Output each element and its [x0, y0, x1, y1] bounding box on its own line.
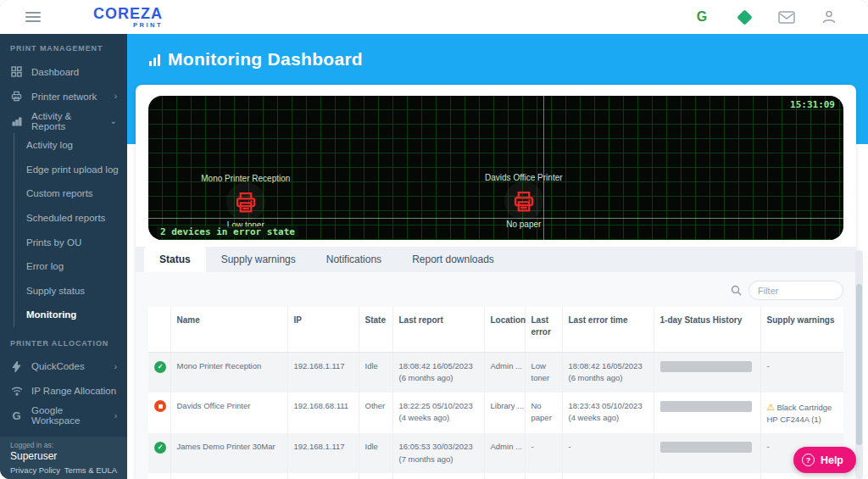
sidebar-item-scheduled-reports[interactable]: Scheduled reports [14, 206, 127, 231]
tab-supply-warnings[interactable]: Supply warnings [206, 247, 311, 272]
status-history-bar [660, 361, 752, 372]
cell-name: James Demo Printer 30Mar [170, 433, 287, 473]
app-window: COREZA PRINT G PRINT MANAGEMENT [0, 0, 868, 479]
top-bar: COREZA PRINT G [0, 0, 868, 34]
section-label-print-management: PRINT MANAGEMENT [0, 34, 127, 59]
page-title: Monitoring Dashboard [168, 49, 363, 70]
tab-status[interactable]: Status [144, 247, 206, 272]
privacy-policy-link[interactable]: Privacy Policy [10, 465, 60, 475]
cell-ip: 192.168.1.198 [287, 473, 359, 479]
diamond-icon[interactable] [736, 8, 753, 25]
google-icon[interactable]: G [693, 8, 710, 25]
help-label: Help [821, 454, 843, 466]
logged-in-user: Superuser [10, 450, 117, 462]
chevron-right-icon: › [114, 92, 117, 101]
cell-location: Library ... [484, 473, 525, 479]
scrollbar-track[interactable] [855, 250, 863, 479]
help-button[interactable]: ? Help [793, 447, 856, 473]
wifi-icon [10, 387, 23, 396]
cell-last-error-time: 18:08:42 16/05/2023 (6 months ago) [562, 353, 654, 393]
table-row[interactable]: ✓ James Demo Printer 30Mar 192.168.1.117… [148, 433, 843, 473]
radar-clock: 15:31:09 [790, 99, 835, 110]
sidebar-item-ip-range-allocation[interactable]: IP Range Allocation [0, 379, 127, 404]
hamburger-menu-icon[interactable] [25, 12, 41, 22]
sidebar-item-error-log[interactable]: Error log [14, 254, 127, 279]
cell-last-report: 18:22:25 05/10/2023 (4 weeks ago) [392, 393, 484, 434]
sidebar-item-monitoring[interactable]: Monitoring [14, 303, 127, 327]
cell-location: Admin ... [484, 433, 525, 473]
cell-last-error: No paper [525, 393, 562, 434]
mail-icon[interactable] [778, 8, 795, 25]
col-ip: IP [287, 307, 359, 353]
cell-supply: - [760, 353, 843, 393]
cell-last-report: 18:08:42 16/05/2023 (6 months ago) [392, 353, 484, 393]
printer-error-icon [226, 185, 265, 219]
sidebar-item-label: Google Workspace [31, 405, 106, 426]
sidebar-item-printer-network[interactable]: Printer network › [0, 84, 127, 109]
cell-state: Other [359, 393, 392, 434]
cell-name: Davids Office Printer [170, 393, 287, 434]
sidebar-item-label: IP Range Allocation [31, 386, 116, 396]
tab-notifications[interactable]: Notifications [311, 247, 397, 272]
sidebar-item-activity-log[interactable]: Activity log [14, 133, 127, 158]
sidebar-item-custom-reports[interactable]: Custom reports [14, 181, 127, 206]
terms-eula-link[interactable]: Terms & EULA [64, 465, 117, 475]
activity-reports-submenu: Activity log Edge print upload log Custo… [14, 133, 127, 327]
sidebar-item-activity-reports[interactable]: Activity & Reports ⌄ [0, 109, 127, 133]
sidebar-item-edge-print-upload-log[interactable]: Edge print upload log [14, 158, 127, 182]
filter-input[interactable] [748, 281, 843, 300]
monitor-radar-panel: 15:31:09 Mono Printer Reception Low tone… [148, 96, 843, 240]
cell-name: James Monitoring - HP HNDHP401DN [170, 473, 287, 479]
sidebar-item-label: Dashboard [31, 67, 79, 77]
sidebar-item-prints-by-ou[interactable]: Prints by OU [14, 230, 127, 254]
cell-ip: 192.168.68.111 [287, 393, 359, 434]
tab-report-downloads[interactable]: Report downloads [397, 247, 509, 272]
table-row[interactable]: ✓ Mono Printer Reception 192.168.1.117 I… [148, 353, 843, 393]
radar-device-davids-printer[interactable]: Davids Office Printer No paper [452, 173, 596, 229]
cell-ip: 192.168.1.117 [287, 353, 359, 393]
scrollbar-thumb[interactable] [856, 284, 862, 445]
table-header-row: Name IP State Last report Location Last … [148, 307, 843, 353]
cell-supply: ⚠Black Cartridge HP CF244A (1) [760, 393, 843, 434]
cell-state: Idle [359, 433, 392, 473]
table-row[interactable]: Davids Office Printer 192.168.68.111 Oth… [148, 393, 843, 434]
cell-last-error: - [525, 433, 562, 473]
table-row[interactable]: ✓ James Monitoring - HP HNDHP401DN 192.1… [148, 473, 843, 479]
cell-location: Admin ... [484, 353, 525, 393]
status-tab-panel: Name IP State Last report Location Last … [136, 272, 856, 479]
cell-state: Idle [359, 353, 392, 393]
cell-name: Mono Printer Reception [170, 353, 287, 393]
brand-sub: PRINT [133, 22, 163, 29]
cell-last-report: 16:05:53 30/03/2023 (7 months ago) [392, 433, 484, 473]
warning-icon: ⚠ [767, 402, 776, 412]
col-state: State [359, 307, 392, 353]
device-error: No paper [452, 220, 596, 229]
sidebar-footer: Logged in as: Superuser Privacy Policy T… [0, 437, 127, 479]
topbar-actions: G [693, 8, 837, 25]
col-last-error-time: Last error time [562, 307, 654, 353]
col-last-error: Last error [525, 307, 562, 353]
user-icon[interactable] [821, 8, 837, 25]
status-history-bar [660, 442, 752, 453]
g-icon: G [10, 409, 23, 422]
cell-ip: 192.168.1.117 [287, 433, 359, 473]
status-ok-icon: ✓ [154, 361, 166, 373]
content-card: 15:31:09 Mono Printer Reception Low tone… [136, 85, 856, 479]
logged-in-as-label: Logged in as: [10, 441, 117, 449]
col-status [148, 307, 170, 353]
col-last-report: Last report [392, 307, 484, 353]
sidebar-item-dashboard[interactable]: Dashboard [0, 59, 127, 84]
cell-state: Idle [359, 473, 392, 479]
sidebar-item-quickcodes[interactable]: QuickCodes › [0, 354, 127, 379]
status-error-icon [154, 400, 166, 412]
chevron-down-icon: ⌄ [110, 116, 117, 125]
status-history-bar [660, 401, 752, 412]
cell-last-report: 18:23:43 05/10/2023 (4 weeks ago) [392, 473, 484, 479]
sidebar-item-supply-status[interactable]: Supply status [14, 279, 127, 304]
chart-icon [10, 116, 23, 126]
col-supply-warnings: Supply warnings [760, 307, 843, 353]
bolt-icon [10, 361, 23, 372]
sidebar-item-google-workspace[interactable]: G Google Workspace › [0, 404, 127, 428]
printer-status-table: Name IP State Last report Location Last … [148, 307, 843, 479]
radar-device-mono-printer[interactable]: Mono Printer Reception Low toner [174, 174, 318, 230]
